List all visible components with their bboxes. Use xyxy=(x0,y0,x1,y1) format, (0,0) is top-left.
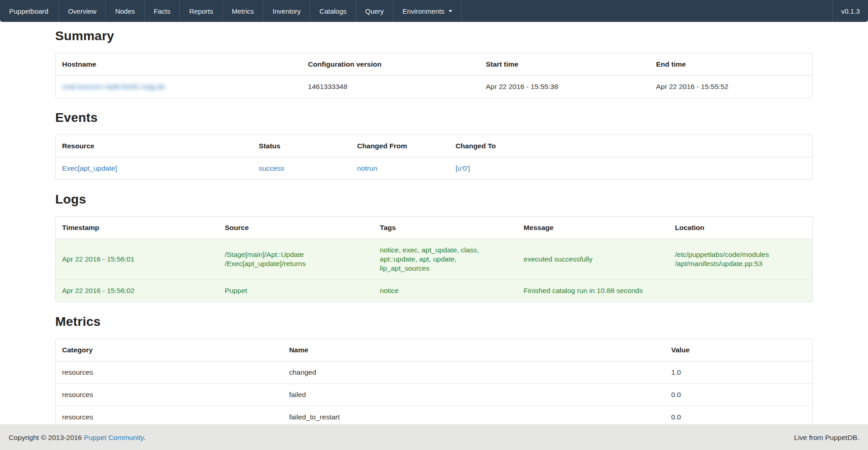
event-changed-to-link[interactable]: [u'0'] xyxy=(455,164,470,172)
log-location-cell: /etc/puppetlabs/code/modules /apt/manife… xyxy=(669,239,812,280)
navbar-brand[interactable]: Puppetboard xyxy=(0,0,59,22)
metric-value-cell: 1.0 xyxy=(665,361,812,384)
summary-col-config-version: Configuration version xyxy=(302,53,480,76)
copyright: Copyright © 2013-2016 Puppet Community. xyxy=(9,434,146,442)
event-changed-from-link[interactable]: notrun xyxy=(357,164,377,172)
logs-col-location: Location xyxy=(669,217,812,239)
end-time-cell: Apr 22 2016 - 15:55:52 xyxy=(650,76,812,98)
logs-header-row: Timestamp Source Tags Message Location xyxy=(56,217,812,239)
hostname-link[interactable]: snat-tservvm.mpib-berlin.mpg.de xyxy=(62,83,165,90)
log-location-cell xyxy=(669,280,812,302)
logs-table: Timestamp Source Tags Message Location A… xyxy=(55,216,813,302)
log-message-cell: executed successfully xyxy=(517,239,669,280)
version-badge: v0.1.3 xyxy=(832,0,868,22)
nav-item-overview[interactable]: Overview xyxy=(59,0,106,22)
metrics-col-name: Name xyxy=(282,339,664,361)
summary-header-row: Hostname Configuration version Start tim… xyxy=(56,53,812,76)
summary-row: snat-tservvm.mpib-berlin.mpg.de 14613333… xyxy=(56,76,812,98)
summary-col-end-time: End time xyxy=(650,53,812,76)
log-timestamp-cell: Apr 22 2016 - 15:56:02 xyxy=(56,280,218,302)
event-row: Exec[apt_update] success notrun [u'0'] xyxy=(56,157,812,180)
metric-name-cell: failed xyxy=(282,384,664,406)
environments-label: Environments xyxy=(403,7,444,15)
navbar-spacer xyxy=(462,0,832,22)
summary-col-hostname: Hostname xyxy=(56,53,302,76)
puppet-community-link[interactable]: Puppet Community xyxy=(84,434,144,441)
events-col-changed-to: Changed To xyxy=(449,135,812,157)
metric-name-cell: changed xyxy=(282,361,664,384)
metrics-col-category: Category xyxy=(56,339,282,361)
metrics-header-row: Category Name Value xyxy=(56,339,812,361)
metric-row: resources changed 1.0 xyxy=(56,361,812,384)
event-status-link[interactable]: success xyxy=(259,164,284,172)
footer: Copyright © 2013-2016 Puppet Community. … xyxy=(0,424,868,450)
page: Puppetboard Overview Nodes Facts Reports… xyxy=(0,0,868,450)
events-heading: Events xyxy=(55,110,813,125)
nav-item-query[interactable]: Query xyxy=(356,0,393,22)
log-tags-cell: notice, exec, apt_update, class, apt::up… xyxy=(373,239,517,280)
summary-table: Hostname Configuration version Start tim… xyxy=(55,53,813,98)
log-timestamp-cell: Apr 22 2016 - 15:56:01 xyxy=(56,239,218,280)
nav-item-environments-dropdown[interactable]: Environments xyxy=(393,0,462,22)
events-col-status: Status xyxy=(252,135,351,157)
caret-down-icon xyxy=(449,10,452,12)
metric-value-cell: 0.0 xyxy=(665,384,812,406)
logs-heading: Logs xyxy=(55,192,813,207)
start-time-cell: Apr 22 2016 - 15:55:38 xyxy=(479,76,649,98)
summary-heading: Summary xyxy=(55,28,813,43)
main-content: Summary Hostname Configuration version S… xyxy=(55,22,813,429)
nav-item-nodes[interactable]: Nodes xyxy=(106,0,144,22)
summary-col-start-time: Start time xyxy=(479,53,649,76)
metrics-table: Category Name Value resources changed 1.… xyxy=(55,339,813,429)
log-source-cell: Puppet xyxy=(218,280,373,302)
events-col-changed-from: Changed From xyxy=(351,135,450,157)
metric-category-cell: resources xyxy=(56,384,282,406)
log-source-cell: /Stage[main]/Apt::Update /Exec[apt_updat… xyxy=(218,239,373,280)
config-version-cell: 1461333348 xyxy=(302,76,480,98)
metrics-col-value: Value xyxy=(665,339,812,361)
events-col-resource: Resource xyxy=(56,135,252,157)
copyright-text: Copyright © 2013-2016 xyxy=(9,434,84,441)
log-tags-cell: notice xyxy=(373,280,517,302)
metric-category-cell: resources xyxy=(56,361,282,384)
copyright-period: . xyxy=(143,434,145,441)
logs-col-message: Message xyxy=(517,217,669,239)
puppetdb-status: Live from PuppetDB. xyxy=(794,434,859,442)
event-resource-link[interactable]: Exec[apt_update] xyxy=(62,164,117,172)
events-header-row: Resource Status Changed From Changed To xyxy=(56,135,812,157)
nav-item-inventory[interactable]: Inventory xyxy=(263,0,310,22)
metric-row: resources failed 0.0 xyxy=(56,384,812,406)
top-navbar: Puppetboard Overview Nodes Facts Reports… xyxy=(0,0,868,22)
log-row: Apr 22 2016 - 15:56:01 /Stage[main]/Apt:… xyxy=(56,239,812,280)
metrics-heading: Metrics xyxy=(55,314,813,329)
nav-item-facts[interactable]: Facts xyxy=(145,0,180,22)
logs-col-source: Source xyxy=(218,217,373,239)
nav-item-catalogs[interactable]: Catalogs xyxy=(310,0,356,22)
log-message-cell: Finished catalog run in 10.88 seconds xyxy=(517,280,669,302)
events-table: Resource Status Changed From Changed To … xyxy=(55,135,813,180)
nav-item-reports[interactable]: Reports xyxy=(180,0,223,22)
logs-col-timestamp: Timestamp xyxy=(56,217,218,239)
logs-col-tags: Tags xyxy=(373,217,517,239)
log-row: Apr 22 2016 - 15:56:02 Puppet notice Fin… xyxy=(56,280,812,302)
nav-item-metrics[interactable]: Metrics xyxy=(223,0,263,22)
